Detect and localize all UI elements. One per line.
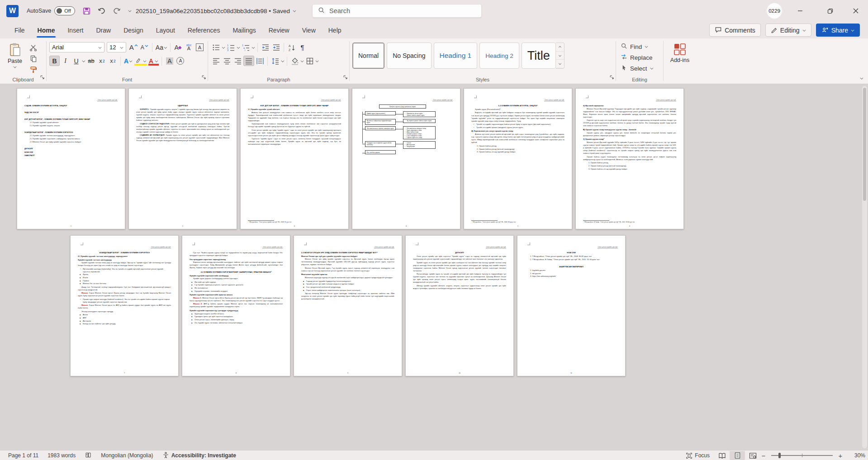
paste-button[interactable]: Paste <box>3 42 27 74</box>
zoom-level[interactable]: 30% <box>850 452 865 459</box>
shading-chevron-icon[interactable] <box>301 59 304 62</box>
find-button[interactable]: Find <box>619 42 660 52</box>
document-canvas[interactable]: Олон улсын хувийн эрх зүйСЭДЭВ: ХУВИЙН Х… <box>0 84 868 450</box>
bullets-chevron-icon[interactable] <box>222 46 225 48</box>
close-button[interactable] <box>845 0 866 22</box>
numbering-chevron-icon[interactable] <box>237 46 240 48</box>
comments-button[interactable]: Comments <box>709 24 761 37</box>
redo-icon[interactable] <box>113 7 122 15</box>
numbered-list-button[interactable]: 123 <box>226 42 236 52</box>
replace-button[interactable]: Replace <box>619 52 660 62</box>
style-heading-2[interactable]: Heading 2 <box>479 43 519 69</box>
select-button[interactable]: Select <box>619 63 660 73</box>
gallery-more-icon[interactable] <box>556 60 564 68</box>
line-spacing-button[interactable] <box>270 56 280 66</box>
italic-button[interactable]: I <box>60 56 71 66</box>
clear-formatting-button[interactable]: A◆ <box>173 42 183 52</box>
text-effects-button[interactable]: A <box>123 56 133 66</box>
word-logo-icon[interactable]: W <box>6 5 19 17</box>
page-thumbnail[interactable]: Олон улсын хувийн эрх зүйНЭГ ДҮГЭЭР БҮЛЭ… <box>240 88 349 229</box>
clipboard-dialog-launcher[interactable] <box>40 73 45 81</box>
word-count[interactable]: 1983 words <box>43 451 80 460</box>
tab-mailings[interactable]: Mailings <box>226 22 262 38</box>
change-case-button[interactable]: Aa <box>155 42 168 52</box>
character-shading-button[interactable]: A <box>164 56 175 66</box>
increase-indent-button[interactable] <box>271 42 281 52</box>
quick-access-chevron-icon[interactable] <box>128 9 131 12</box>
addins-button[interactable]: Add-ins <box>668 42 692 63</box>
strikethrough-button[interactable]: ab <box>86 56 96 66</box>
justify-button[interactable] <box>243 56 254 66</box>
tab-insert[interactable]: Insert <box>61 22 90 38</box>
superscript-button[interactable]: x2 <box>108 56 118 66</box>
page-thumbnail[interactable]: Олон улсын хувийн эрх зүйУДИРТГАЛЗОРИЛГО… <box>128 88 237 229</box>
decrease-indent-button[interactable] <box>260 42 270 52</box>
tab-home[interactable]: Home <box>31 22 62 38</box>
enclose-characters-button[interactable]: A <box>175 56 185 66</box>
zoom-slider-thumb[interactable] <box>778 453 781 458</box>
font-size-select[interactable]: 12 <box>107 42 126 52</box>
minimize-button[interactable] <box>790 0 811 22</box>
save-icon[interactable] <box>82 7 91 15</box>
style-heading-1[interactable]: Heading 1 <box>434 43 478 69</box>
format-painter-button[interactable] <box>28 65 38 74</box>
paragraph-dialog-launcher[interactable] <box>343 73 348 81</box>
tab-layout[interactable]: Layout <box>150 22 181 38</box>
page-thumbnail[interactable]: Олон улсын хувийн эрх зүйХолбогч хэрэглэ… <box>352 88 460 229</box>
styles-gallery-scroll[interactable] <box>556 43 564 69</box>
distribute-text-button[interactable] <box>255 56 265 66</box>
page-thumbnail[interactable]: Олон улсын хувийн эрх зүйНОМ ЗҮЙ1. Т.Мэн… <box>517 235 626 376</box>
style-normal[interactable]: Normal <box>352 43 384 69</box>
shrink-font-button[interactable]: A <box>139 42 150 52</box>
style-no-spacing[interactable]: No Spacing <box>387 43 431 69</box>
tab-references[interactable]: References <box>181 22 227 38</box>
align-right-button[interactable] <box>232 56 243 66</box>
underline-button[interactable]: U <box>71 56 81 66</box>
proofing-status[interactable] <box>80 451 96 460</box>
document-title[interactable]: 202510_159a06e220351bbc02c08d3bb3dcdb98 … <box>136 0 296 22</box>
align-left-button[interactable] <box>211 56 221 66</box>
read-mode-button[interactable] <box>714 451 730 460</box>
share-button[interactable]: Share <box>816 24 860 37</box>
web-layout-button[interactable] <box>745 451 760 460</box>
tab-design[interactable]: Design <box>117 22 150 38</box>
tab-view[interactable]: View <box>296 22 322 38</box>
undo-icon[interactable] <box>97 7 106 15</box>
gallery-down-icon[interactable] <box>556 52 564 60</box>
search-input[interactable]: Search <box>312 4 482 18</box>
tab-draw[interactable]: Draw <box>90 22 117 38</box>
underline-chevron-icon[interactable] <box>82 59 85 62</box>
cut-button[interactable] <box>28 43 38 52</box>
language-indicator[interactable]: Mongolian (Mongolia) <box>96 451 157 460</box>
multilevel-chevron-icon[interactable] <box>252 46 255 48</box>
vertical-scrollbar[interactable] <box>862 86 867 448</box>
multilevel-list-button[interactable]: 1ai <box>241 42 251 52</box>
zoom-in-button[interactable]: + <box>837 452 844 460</box>
accessibility-status[interactable]: Accessibility: Investigate <box>158 451 241 460</box>
copy-button[interactable] <box>28 54 38 63</box>
page-thumbnail[interactable]: Олон улсын хувийн эрх зүй1.2 ХУВИЙН ХУУЛ… <box>464 88 572 229</box>
print-layout-button[interactable] <box>730 451 745 460</box>
styles-dialog-launcher[interactable] <box>609 73 614 81</box>
font-family-select[interactable]: Arial <box>49 42 104 52</box>
highlight-color-button[interactable] <box>134 56 147 66</box>
bold-button[interactable]: B <box>49 56 60 66</box>
restore-button[interactable] <box>820 0 840 22</box>
gallery-up-icon[interactable] <box>556 43 564 52</box>
autosave-toggle[interactable]: Off <box>54 6 75 15</box>
zoom-slider[interactable] <box>771 455 833 456</box>
tab-review[interactable]: Review <box>262 22 296 38</box>
style-title[interactable]: Title <box>522 43 556 69</box>
account-avatar[interactable]: 0229 <box>767 3 782 19</box>
character-border-button[interactable]: A <box>194 42 205 52</box>
sort-button[interactable]: AZ <box>286 42 297 52</box>
font-dialog-launcher[interactable] <box>201 73 206 81</box>
grow-font-button[interactable]: A <box>128 42 139 52</box>
subscript-button[interactable]: x2 <box>97 56 107 66</box>
phonetic-guide-button[interactable]: abcA <box>184 42 194 52</box>
shading-button[interactable] <box>289 56 300 66</box>
page-thumbnail[interactable]: Олон улсын хувийн эрх зүйДҮГНЭЛТОлон улс… <box>405 235 514 376</box>
collapse-ribbon-icon[interactable] <box>860 77 863 80</box>
scrollbar-thumb[interactable] <box>863 88 866 201</box>
tab-file[interactable]: File <box>8 22 31 38</box>
